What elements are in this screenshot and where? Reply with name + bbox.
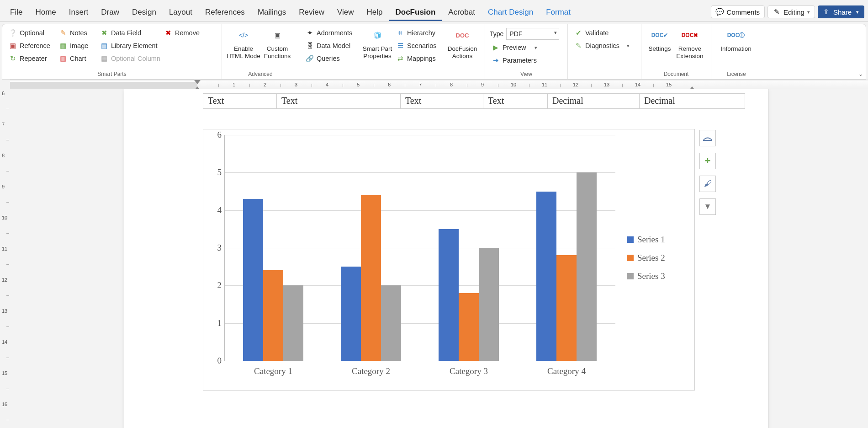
scenarios-button[interactable]: ☰Scenarios (394, 41, 445, 51)
chart-styles-button[interactable]: 🖌 (699, 176, 716, 192)
adornments-button[interactable]: ✦Adornments (304, 28, 360, 38)
tab-format[interactable]: Format (540, 4, 577, 21)
sparkle-icon: ✦ (306, 29, 314, 37)
chart-elements-button[interactable]: + (699, 153, 716, 169)
reference-label: Reference (20, 42, 50, 49)
docfusion-actions-button[interactable]: DOC DocFusion Actions (445, 26, 480, 59)
type-select[interactable]: PDF (506, 28, 559, 40)
group-view: Type PDF ▶Preview▾ ➔Parameters View (485, 24, 568, 79)
chart-bar[interactable] (243, 199, 263, 361)
data-model-button[interactable]: 🗄Data Model (304, 41, 360, 51)
ruler-number: 12 (573, 82, 578, 87)
first-line-indent-marker[interactable] (194, 80, 201, 84)
chart-bar[interactable] (459, 293, 479, 361)
chart-object[interactable]: 0123456Category 1Category 2Category 3Cat… (203, 129, 695, 391)
tab-home[interactable]: Home (29, 4, 62, 21)
info-icon: DOCⓘ (728, 27, 744, 43)
tab-draw[interactable]: Draw (95, 4, 126, 21)
queries-button[interactable]: 🔗Queries (304, 54, 360, 64)
ruler-number: 11 (2, 246, 7, 251)
legend-label: Series 2 (637, 253, 665, 263)
chart-bar[interactable] (361, 195, 381, 361)
legend-label: Series 1 (637, 235, 665, 245)
chart-filters-button[interactable]: ▼ (699, 198, 716, 215)
smart-part-properties-button[interactable]: 🧊 Smart Part Properties (360, 26, 394, 59)
chart-bar[interactable] (536, 192, 556, 361)
tab-acrobat[interactable]: Acrobat (442, 4, 482, 21)
chart-bar[interactable] (341, 267, 361, 361)
tab-insert[interactable]: Insert (63, 4, 95, 21)
hierarchy-button[interactable]: ⌗Hierarchy (394, 28, 445, 38)
image-icon: ▦ (59, 42, 67, 50)
chart-bar[interactable] (381, 285, 401, 361)
x-axis-category-label: Category 2 (352, 366, 390, 376)
preview-button[interactable]: ▶Preview▾ (490, 43, 563, 53)
ruler-number: 7 (419, 82, 422, 87)
tab-review[interactable]: Review (292, 4, 331, 21)
wand-icon: ✎ (574, 42, 582, 50)
reference-button[interactable]: ▣Reference (7, 41, 57, 51)
chart-button[interactable]: ▥Chart (57, 54, 98, 64)
image-button[interactable]: ▦Image (57, 41, 98, 51)
diagnostics-button[interactable]: ✎Diagnostics▾ (572, 41, 636, 51)
chart-bar[interactable] (479, 248, 499, 361)
tab-layout[interactable]: Layout (163, 4, 199, 21)
document-canvas[interactable]: TextTextTextTextDecimalDecimal 0123456Ca… (10, 89, 868, 428)
tab-docfusion[interactable]: DocFusion (389, 4, 442, 21)
chart-bar[interactable] (439, 229, 459, 361)
legend-label: Series 3 (637, 271, 665, 281)
ruler-number: 9 (2, 184, 5, 189)
tab-help[interactable]: Help (360, 4, 389, 21)
chart-bar[interactable] (263, 270, 283, 361)
remove-button[interactable]: ✖Remove (162, 28, 212, 38)
information-button[interactable]: DOCⓘ Information (716, 26, 756, 53)
legend-item[interactable]: Series 3 (627, 271, 665, 281)
legend-item[interactable]: Series 2 (627, 253, 665, 263)
question-circle-icon: ❔ (9, 29, 17, 37)
ruler-number: 2 (264, 82, 266, 87)
play-icon: ▶ (492, 43, 500, 52)
enable-html-mode-button[interactable]: </> Enable HTML Mode (227, 26, 260, 59)
tab-design[interactable]: Design (126, 4, 163, 21)
remove-extension-button[interactable]: DOC✖ Remove Extension (673, 26, 706, 59)
optional-button[interactable]: ❔Optional (7, 28, 57, 38)
parameters-button[interactable]: ➔Parameters (490, 55, 563, 65)
vertical-ruler[interactable]: 678910111213141516 (0, 89, 11, 428)
svg-rect-0 (703, 140, 712, 141)
mappings-button[interactable]: ⇄Mappings (394, 54, 445, 64)
ribbon-collapse-button[interactable]: ⌄ (858, 71, 863, 77)
comments-button[interactable]: 💬 Comments (711, 5, 765, 18)
library-element-button[interactable]: ▤Library Element (98, 41, 162, 51)
type-selector[interactable]: Type PDF (490, 28, 563, 40)
chart-bar[interactable] (577, 172, 597, 361)
custom-functions-label: Custom Functions (264, 45, 291, 59)
reference-icon: ▣ (9, 42, 17, 50)
editing-label: Editing (783, 8, 804, 16)
y-axis-tick-label: 0 (211, 356, 222, 366)
tab-chart-design[interactable]: Chart Design (482, 4, 540, 21)
settings-button[interactable]: DOC✔ Settings (646, 26, 673, 53)
ruler-number: 5 (357, 82, 360, 87)
repeater-button[interactable]: ↻Repeater (7, 54, 57, 64)
custom-functions-button[interactable]: ▣ Custom Functions (260, 26, 294, 59)
y-axis-tick-label: 1 (211, 318, 222, 328)
data-field-button[interactable]: ✖Data Field (98, 28, 162, 38)
tab-file[interactable]: File (4, 4, 29, 21)
chart-bar[interactable] (283, 285, 303, 361)
ruler-number: 1 (233, 82, 235, 87)
layout-options-button[interactable] (699, 130, 716, 146)
ruler-number: 10 (2, 215, 7, 220)
tab-references[interactable]: References (199, 4, 251, 21)
share-button[interactable]: ⇧ Share ▾ (818, 5, 864, 18)
ruler-number: 12 (2, 277, 7, 283)
editing-mode-button[interactable]: ✎ Editing ▾ (767, 5, 815, 18)
ruler-number: 7 (2, 122, 5, 127)
chart-bar[interactable] (556, 255, 577, 361)
ruler-number: 9 (481, 82, 484, 87)
legend-item[interactable]: Series 1 (627, 235, 665, 245)
validate-button[interactable]: ✔Validate (572, 28, 636, 38)
notes-button[interactable]: ✎Notes (57, 28, 98, 38)
information-label: Information (720, 45, 752, 53)
tab-mailings[interactable]: Mailings (251, 4, 292, 21)
tab-view[interactable]: View (331, 4, 360, 21)
